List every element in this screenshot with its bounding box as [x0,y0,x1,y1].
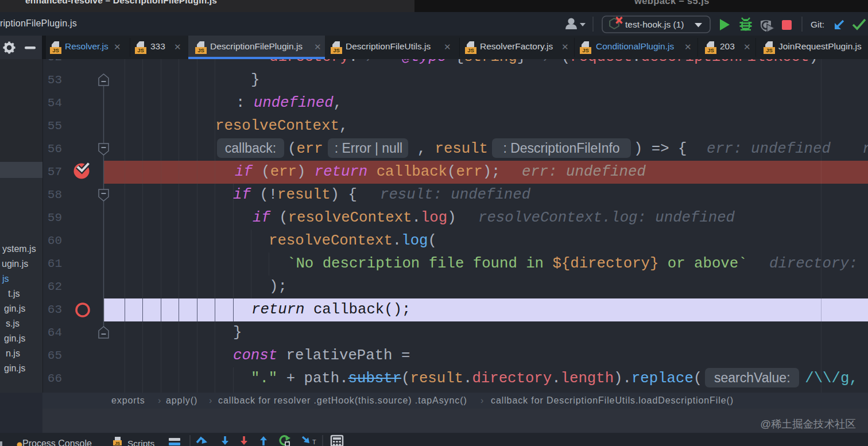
svg-text:JS: JS [115,441,120,446]
svg-text:T: T [312,439,316,445]
svg-text:test-hook.js (1): test-hook.js (1) [625,20,684,29]
svg-text:Git:: Git: [811,20,824,29]
